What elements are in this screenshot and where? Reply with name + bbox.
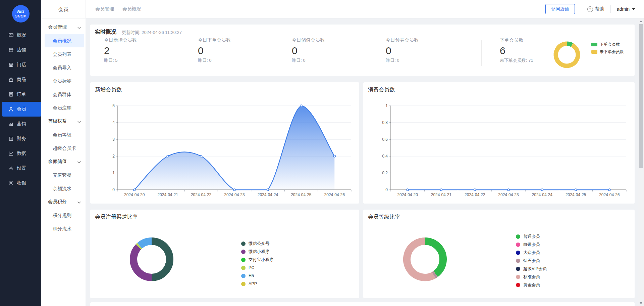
- legend-swatch: [241, 250, 246, 254]
- sidebar-item-marketing[interactable]: 营销: [0, 117, 41, 131]
- breadcrumb: 会员管理 - 会员概况: [95, 6, 141, 12]
- user-menu[interactable]: admin: [617, 6, 635, 12]
- submenu-item-super-member-card[interactable]: 超级会员卡: [45, 141, 84, 155]
- finance-icon: [8, 136, 14, 141]
- legend-item[interactable]: 支付宝小程序: [241, 256, 274, 264]
- sidebar-item-store[interactable]: 门店: [0, 57, 41, 72]
- panel-title: 实时概况: [95, 29, 116, 36]
- stat-value: 2: [104, 45, 184, 56]
- legend-item[interactable]: 标准会员: [516, 273, 547, 281]
- sidebar-item-cashier[interactable]: 收银: [0, 176, 41, 190]
- new-members-area-chart: 0123452024-04-202024-04-212024-04-222024…: [90, 82, 359, 204]
- sidebar-item-finance[interactable]: 财务: [0, 131, 41, 146]
- legend-item[interactable]: PC: [241, 264, 274, 272]
- legend-item[interactable]: 白银会员: [516, 241, 547, 249]
- legend-item[interactable]: 微信小程序: [241, 248, 274, 256]
- submenu-group-member-points[interactable]: 会员积分: [41, 195, 86, 209]
- sidebar-item-label: 订单: [17, 91, 26, 97]
- svg-text:0: 0: [112, 187, 115, 192]
- svg-text:2024-04-23: 2024-04-23: [498, 192, 519, 197]
- primary-sidebar: NiU SHOP 概况店铺门店商品订单会员营销财务数据设置收银: [0, 0, 41, 306]
- main-content: 实时概况 更新时间: 2024-04-26 11:20:27 下单会员数 6 未…: [86, 18, 638, 306]
- submenu-group-member-manage[interactable]: 会员管理: [41, 20, 86, 34]
- legend-item[interactable]: 普通会员: [516, 232, 547, 241]
- legend-label: 超级VIP会员: [523, 266, 547, 272]
- legend-item[interactable]: 微信公众号: [241, 239, 274, 248]
- svg-text:0.4: 0.4: [382, 154, 388, 159]
- breadcrumb-parent[interactable]: 会员管理: [95, 6, 114, 12]
- svg-text:2024-04-20: 2024-04-20: [397, 192, 418, 197]
- legend-item[interactable]: H5: [241, 272, 274, 280]
- submenu-item-member-list[interactable]: 会员列表: [45, 47, 84, 61]
- legend-item[interactable]: 超级VIP会员: [516, 265, 547, 273]
- legend-item[interactable]: 未下单会员数: [591, 48, 624, 55]
- submenu-item-member-import[interactable]: 会员导入: [45, 61, 84, 74]
- legend-item[interactable]: 下单会员数: [591, 41, 624, 48]
- chart-title: 新增会员数: [95, 86, 122, 93]
- svg-text:3: 3: [112, 137, 115, 142]
- scroll-thumb[interactable]: [639, 24, 643, 168]
- visit-shop-button[interactable]: 访问店铺: [545, 4, 575, 14]
- cashier-icon: [8, 180, 14, 186]
- sidebar-item-goods[interactable]: 商品: [0, 72, 41, 87]
- submenu-item-recharge-package[interactable]: 充值套餐: [45, 168, 84, 182]
- submenu-item-member-tags[interactable]: 会员标签: [45, 74, 84, 88]
- legend-label: 普通会员: [523, 234, 540, 239]
- settings-icon: [8, 166, 14, 171]
- member-icon: [8, 106, 14, 112]
- stat-sub: 昨日: 0: [198, 57, 278, 63]
- stat-label: 今日新增会员数: [104, 37, 184, 43]
- legend-label: 微信公众号: [249, 241, 270, 247]
- sidebar-item-overview[interactable]: 概况: [0, 28, 41, 43]
- legend-label: 标准会员: [523, 274, 540, 280]
- scrollbar: [638, 18, 644, 306]
- legend-swatch: [241, 258, 246, 262]
- submenu-item-member-overview[interactable]: 会员概况: [45, 34, 84, 47]
- submenu-item-member-level[interactable]: 会员等级: [45, 128, 84, 141]
- legend-item[interactable]: 黄金会员: [516, 281, 547, 289]
- sidebar-item-label: 财务: [17, 136, 26, 142]
- niushop-logo[interactable]: NiU SHOP: [12, 5, 30, 23]
- consume-members-chart-card: 消费会员数 00.20.40.60.812024-04-202024-04-21…: [363, 82, 635, 204]
- submenu-group-level-rights[interactable]: 等级权益: [41, 115, 86, 128]
- legend-swatch: [516, 234, 520, 239]
- divider: [610, 5, 611, 13]
- sidebar-item-member[interactable]: 会员: [2, 102, 41, 117]
- help-button[interactable]: ? 帮助: [587, 6, 604, 12]
- sidebar-item-data[interactable]: 数据: [0, 146, 41, 161]
- svg-text:2024-04-26: 2024-04-26: [324, 192, 345, 197]
- stat-block: 今日下单会员数0昨日: 0: [198, 37, 278, 63]
- legend-item[interactable]: 钻石会员: [516, 257, 547, 265]
- divider: [481, 40, 482, 66]
- submenu-item-member-cancel[interactable]: 会员注销: [45, 101, 84, 115]
- legend-swatch: [516, 283, 520, 287]
- submenu-item-points-flow[interactable]: 积分流水: [45, 222, 84, 235]
- sidebar-item-shop[interactable]: 店铺: [0, 43, 41, 57]
- sidebar-item-order[interactable]: 订单: [0, 87, 41, 102]
- username: admin: [617, 6, 630, 12]
- primary-nav: 概况店铺门店商品订单会员营销财务数据设置收银: [0, 28, 41, 190]
- submenu-item-points-rules[interactable]: 积分规则: [45, 209, 84, 222]
- submenu-group-balance-stored[interactable]: 余额储值: [41, 155, 86, 168]
- svg-text:5: 5: [112, 103, 115, 108]
- submenu-item-balance-flow[interactable]: 余额流水: [45, 182, 84, 195]
- goods-icon: [8, 77, 14, 82]
- legend-label: 钻石会员: [523, 258, 540, 264]
- svg-text:2024-04-26: 2024-04-26: [599, 192, 620, 197]
- legend-label: 支付宝小程序: [249, 257, 274, 263]
- svg-text:2024-04-22: 2024-04-22: [191, 192, 212, 197]
- legend-item[interactable]: 大众会员: [516, 249, 547, 257]
- svg-text:2024-04-25: 2024-04-25: [566, 192, 586, 197]
- scroll-up-arrow[interactable]: [640, 20, 642, 22]
- store-icon: [8, 62, 14, 68]
- scroll-down-arrow[interactable]: [640, 302, 642, 304]
- svg-text:0: 0: [385, 187, 388, 192]
- legend-item[interactable]: APP: [241, 280, 274, 288]
- submenu-item-member-groups[interactable]: 会员群体: [45, 88, 84, 101]
- chart-title: 消费会员数: [368, 86, 395, 93]
- legend-swatch: [591, 43, 597, 46]
- order-icon: [8, 92, 14, 97]
- submenu-group-label: 会员积分: [48, 199, 67, 205]
- chart-title: 会员注册渠道比率: [95, 214, 138, 221]
- sidebar-item-settings[interactable]: 设置: [0, 161, 41, 176]
